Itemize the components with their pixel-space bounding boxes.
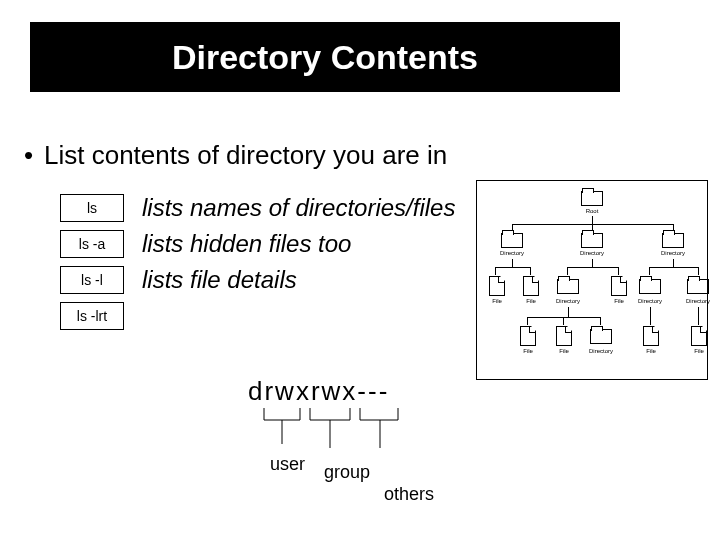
node-label: File xyxy=(511,348,545,354)
node-label: Directory xyxy=(681,298,715,304)
file-icon xyxy=(691,326,707,346)
perm-label-user: user xyxy=(270,454,305,475)
command-row: ls -l lists file details xyxy=(60,262,455,298)
node-label: Directory xyxy=(551,298,585,304)
folder-icon xyxy=(557,279,579,294)
folder-icon xyxy=(662,233,684,248)
bullet-main: List contents of directory you are in xyxy=(44,140,664,171)
node-label: File xyxy=(634,348,668,354)
command-row: ls lists names of directories/files xyxy=(60,190,455,226)
command-box: ls -lrt xyxy=(60,302,124,330)
command-desc: lists names of directories/files xyxy=(142,194,455,222)
perm-label-group: group xyxy=(324,462,370,483)
file-icon xyxy=(643,326,659,346)
permission-brackets xyxy=(258,408,438,448)
node-label: Directory xyxy=(656,250,690,256)
perm-label-others: others xyxy=(384,484,434,505)
command-row: ls -a lists hidden files too xyxy=(60,226,455,262)
node-label: Directory xyxy=(495,250,529,256)
node-label: File xyxy=(547,348,581,354)
file-icon xyxy=(556,326,572,346)
folder-icon xyxy=(581,233,603,248)
folder-icon xyxy=(581,191,603,206)
node-label: Directory xyxy=(584,348,618,354)
node-label: Root xyxy=(575,208,609,214)
slide-title: Directory Contents xyxy=(30,22,620,92)
command-box: ls xyxy=(60,194,124,222)
directory-tree-diagram: Root Directory Directory Directory File … xyxy=(476,180,708,380)
node-label: Directory xyxy=(575,250,609,256)
folder-icon xyxy=(590,329,612,344)
command-row: ls -lrt xyxy=(60,298,455,334)
node-label: File xyxy=(514,298,548,304)
command-box: ls -a xyxy=(60,230,124,258)
node-label: File xyxy=(682,348,716,354)
command-box: ls -l xyxy=(60,266,124,294)
permission-string: drwxrwx--- xyxy=(248,376,389,407)
node-label: File xyxy=(480,298,514,304)
node-label: File xyxy=(602,298,636,304)
command-desc: lists hidden files too xyxy=(142,230,351,258)
node-label: Directory xyxy=(633,298,667,304)
folder-icon xyxy=(501,233,523,248)
command-list: ls lists names of directories/files ls -… xyxy=(60,190,455,334)
folder-icon xyxy=(687,279,709,294)
command-desc: lists file details xyxy=(142,266,297,294)
file-icon xyxy=(611,276,627,296)
file-icon xyxy=(489,276,505,296)
file-icon xyxy=(520,326,536,346)
file-icon xyxy=(523,276,539,296)
folder-icon xyxy=(639,279,661,294)
